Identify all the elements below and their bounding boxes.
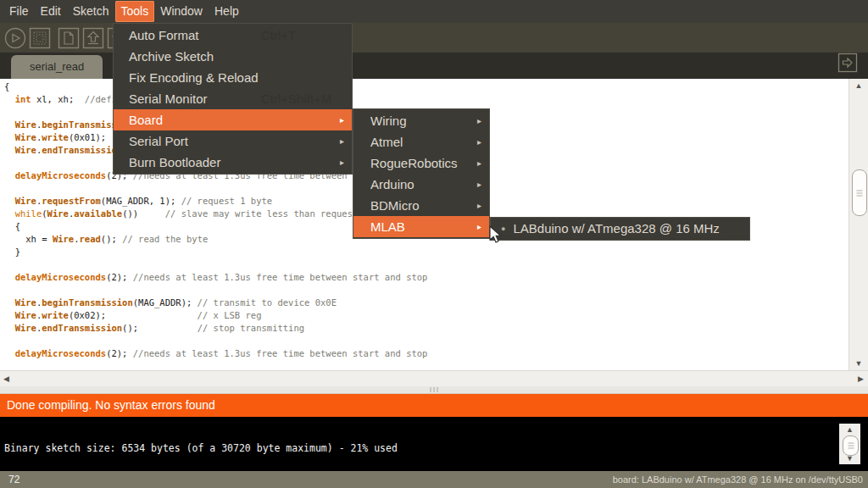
- menu-item-label: RogueRobotics: [370, 156, 458, 170]
- menu-item-shortcut: Ctrl+T: [261, 25, 296, 46]
- code-line: delayMicroseconds(2); //needs at least 1…: [4, 347, 427, 360]
- tools-menu-item-archive-sketch[interactable]: Archive Sketch: [114, 46, 352, 67]
- stop-icon: [29, 27, 51, 49]
- menu-item-label: Burn Bootloader: [129, 155, 220, 169]
- board-menu-item-atmel[interactable]: Atmel▸: [353, 131, 489, 152]
- submenu-arrow-icon: ▸: [477, 152, 481, 174]
- compile-status-bar: Done compiling. No syntax errors found: [0, 393, 868, 417]
- console-splitter[interactable]: [0, 386, 868, 393]
- tools-menu-item-burn-bootloader[interactable]: Burn Bootloader▸: [114, 152, 352, 173]
- scroll-up-icon[interactable]: ▲: [839, 424, 860, 435]
- serial-monitor-button[interactable]: [837, 53, 858, 73]
- menu-item-label: Arduino: [370, 177, 415, 191]
- tools-menu-item-board[interactable]: Board▸: [114, 109, 352, 130]
- menu-item-label: MLAB: [370, 219, 405, 234]
- submenu-arrow-icon: ▸: [477, 195, 481, 216]
- tools-menu-item-auto-format[interactable]: Auto FormatCtrl+T: [114, 25, 352, 46]
- menubar-item-window[interactable]: Window: [154, 0, 209, 23]
- board-menu-item-mlab[interactable]: MLAB▸: [353, 216, 489, 237]
- code-line: [4, 258, 427, 271]
- new-file-icon: [58, 27, 80, 49]
- code-line: Wire.write(0x02); // x LSB reg: [4, 309, 427, 322]
- menu-item-label: Fix Encoding & Reload: [129, 70, 259, 85]
- menu-item-label: LABduino w/ ATmega328 @ 16 MHz: [513, 219, 719, 239]
- mlab-menu-item-labduino-w-atmega328-16-mhz[interactable]: ●LABduino w/ ATmega328 @ 16 MHz: [491, 219, 749, 239]
- submenu-arrow-icon: ▸: [477, 110, 481, 131]
- code-line: Wire.beginTransmission(MAG_ADDR); // tra…: [4, 297, 427, 309]
- code-line: }: [4, 246, 427, 258]
- mouse-cursor: [489, 225, 504, 245]
- new-sketch-button[interactable]: [58, 27, 80, 49]
- menu-item-label: Serial Monitor: [129, 92, 208, 106]
- scroll-left-icon[interactable]: ◀: [3, 374, 9, 384]
- code-line: [4, 284, 427, 297]
- tools-menu-item-fix-encoding-reload[interactable]: Fix Encoding & Reload: [114, 67, 352, 88]
- tab-serial-read[interactable]: serial_read: [11, 55, 103, 79]
- board-menu-item-wiring[interactable]: Wiring▸: [353, 110, 489, 131]
- mlab-submenu: ●LABduino w/ ATmega328 @ 16 MHz: [490, 217, 750, 241]
- editor-horizontal-scrollbar[interactable]: ◀ ▶: [0, 370, 868, 386]
- up-arrow-icon: [82, 27, 104, 49]
- menu-item-label: Auto Format: [129, 28, 199, 42]
- menubar-item-sketch[interactable]: Sketch: [67, 0, 115, 23]
- code-line: delayMicroseconds(2); //needs at least 1…: [4, 271, 427, 284]
- menubar-item-tools[interactable]: Tools: [115, 1, 155, 22]
- board-port-info: board: LABduino w/ ATmega328 @ 16 MHz on…: [613, 471, 863, 488]
- console-scrollbar[interactable]: ▲ ▼: [839, 424, 860, 464]
- open-button[interactable]: [82, 27, 104, 49]
- menu-item-label: BDMicro: [370, 198, 420, 213]
- footer-status-bar: 72 board: LABduino w/ ATmega328 @ 16 MHz…: [0, 471, 868, 488]
- play-icon: [4, 27, 26, 49]
- code-line: [4, 335, 427, 347]
- submenu-arrow-icon: ▸: [477, 174, 481, 195]
- console-text: Binary sketch size: 6534 bytes (of a 307…: [4, 442, 398, 454]
- console-output: Binary sketch size: 6534 bytes (of a 307…: [0, 417, 868, 471]
- menubar-item-file[interactable]: File: [3, 0, 35, 23]
- menubar-item-help[interactable]: Help: [209, 0, 245, 23]
- scroll-down-icon[interactable]: ▼: [849, 358, 868, 369]
- status-message: Done compiling. No syntax errors found: [0, 394, 868, 417]
- board-menu-item-arduino[interactable]: Arduino▸: [353, 174, 489, 195]
- submenu-arrow-icon: ▸: [340, 109, 344, 130]
- submenu-arrow-icon: ▸: [477, 216, 481, 237]
- tools-menu-item-serial-port[interactable]: Serial Port▸: [114, 130, 352, 152]
- menubar-item-edit[interactable]: Edit: [35, 0, 67, 23]
- scroll-up-icon[interactable]: ▲: [849, 80, 868, 91]
- menu-item-label: Archive Sketch: [129, 49, 214, 64]
- thumb-grip: [848, 443, 854, 449]
- menu-item-label: Board: [129, 113, 163, 127]
- tools-menu-item-serial-monitor[interactable]: Serial MonitorCtrl+Shift+M: [114, 88, 352, 109]
- menu-item-label: Atmel: [370, 135, 403, 149]
- board-menu-item-bdmicro[interactable]: BDMicro▸: [353, 195, 489, 216]
- tools-menu: Auto FormatCtrl+TArchive SketchFix Encod…: [113, 23, 353, 175]
- thumb-grip: [857, 190, 863, 196]
- line-number: 72: [8, 471, 19, 488]
- code-line: Wire.endTransmission(); // stop transmit…: [4, 322, 427, 335]
- menu-item-label: Wiring: [370, 114, 407, 128]
- splitter-grip-icon: [431, 387, 438, 392]
- menu-item-shortcut: Ctrl+Shift+M: [261, 88, 331, 109]
- submenu-arrow-icon: ▸: [340, 152, 344, 173]
- editor-vertical-scrollbar[interactable]: ▲ ▼: [849, 79, 868, 370]
- board-menu-item-roguerobotics[interactable]: RogueRobotics▸: [353, 152, 489, 174]
- scrollbar-thumb[interactable]: [843, 435, 859, 456]
- menu-item-label: Serial Port: [129, 134, 188, 148]
- scroll-right-icon[interactable]: ▶: [858, 374, 864, 384]
- scrollbar-thumb[interactable]: [852, 169, 867, 216]
- serial-monitor-icon: [837, 53, 858, 73]
- menubar: FileEditSketchToolsWindowHelp: [0, 0, 868, 23]
- submenu-arrow-icon: ▸: [477, 131, 481, 152]
- verify-button[interactable]: [4, 27, 26, 49]
- stop-button[interactable]: [29, 27, 51, 49]
- submenu-arrow-icon: ▸: [340, 130, 344, 152]
- board-submenu: Wiring▸Atmel▸RogueRobotics▸Arduino▸BDMic…: [353, 108, 490, 239]
